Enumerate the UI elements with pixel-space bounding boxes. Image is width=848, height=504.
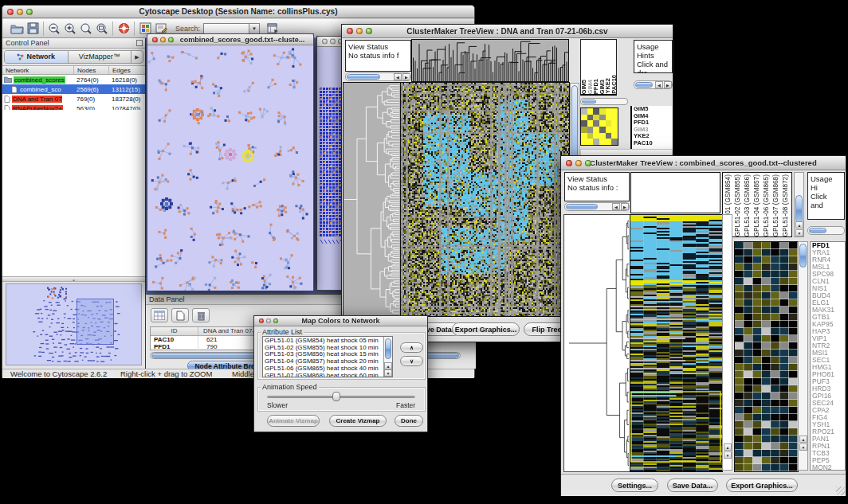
scroll-up-icon[interactable]: ▲ (795, 221, 803, 229)
tv2-global-vscrollbar[interactable]: ▲ ▼ (722, 214, 732, 471)
zoom-window-icon[interactable] (366, 28, 372, 34)
gene-label: MON2 (811, 464, 845, 471)
tv2-status-hscrollbar[interactable]: ◀ ▶ (564, 202, 630, 211)
attribute-list[interactable]: GPL51-01 (GSM854) heat shock 05 minGPL51… (262, 336, 393, 377)
tv2-labels-vscrollbar[interactable]: ▲ ▼ (794, 172, 804, 237)
scroll-left-icon[interactable]: ◀ (655, 81, 663, 88)
attribute-list-item[interactable]: GPL51-07 (GSM868) heat shock 60 min (265, 373, 391, 377)
tv1-column-dendrogram[interactable] (411, 39, 569, 82)
tv2-save-data-button[interactable]: Save Data... (667, 479, 718, 492)
scroll-up-icon[interactable]: ▲ (724, 443, 732, 451)
birdseye-view[interactable] (6, 283, 142, 365)
scroll-up-icon[interactable]: ▲ (384, 362, 392, 369)
tv2-row-dendrogram[interactable] (563, 214, 630, 472)
scroll-right-icon[interactable]: ▶ (402, 73, 410, 80)
network-list-row[interactable]: combined_scores2764(0)16218(0) (2, 75, 145, 84)
zoom-window-icon[interactable] (585, 160, 591, 166)
col-edges[interactable]: Edges (109, 66, 143, 74)
slider-thumb[interactable] (332, 392, 340, 401)
attribute-list-vscrollbar[interactable]: ▲ ▼ (383, 337, 392, 377)
attribute-table-icon[interactable] (151, 308, 168, 322)
tv1-export-graphics-button[interactable]: Export Graphics... (452, 322, 520, 336)
close-icon[interactable] (322, 39, 328, 45)
scroll-down-icon[interactable]: ▼ (795, 229, 803, 236)
tv1-matrix-column-labels: GIM5GIM4PFD1GIM3YKE2PAC10 (580, 39, 617, 96)
minimize-icon[interactable] (160, 37, 166, 42)
tv1-matrix-hscrollbar[interactable] (580, 98, 628, 105)
panel-splitter[interactable]: ▴ (2, 276, 145, 282)
treeview1-titlebar[interactable]: ClusterMaker TreeView : DNA and Tran 07-… (342, 25, 673, 38)
help-ring-icon[interactable] (116, 21, 132, 37)
tv1-status-hscrollbar[interactable]: ◀ ▶ (345, 72, 411, 81)
minimize-icon[interactable] (17, 9, 23, 15)
done-button[interactable]: Done (395, 415, 423, 427)
float-panel-icon[interactable] (136, 40, 143, 46)
col-nodes[interactable]: Nodes (74, 66, 109, 74)
network1-canvas[interactable] (147, 46, 313, 291)
tv2-global-heatmap[interactable] (630, 214, 723, 472)
tv1-matrix-row-labels: GIM5GIM4PFD1GIM3YKE2PAC10 (630, 106, 672, 149)
scroll-down-icon[interactable]: ▼ (724, 451, 732, 459)
tv1-selected-cluster-matrix[interactable] (580, 107, 618, 146)
close-icon[interactable] (259, 318, 264, 323)
tab-network[interactable]: Network (5, 51, 69, 63)
tv2-gene-list[interactable]: PFD1YRA1RNR4MSL1SPC98CLN1NIS1BUD4ELG1MAK… (810, 241, 846, 471)
minimize-icon[interactable] (330, 39, 336, 45)
close-icon[interactable] (7, 9, 14, 15)
tv1-hints-hscrollbar[interactable]: ◀ ▶ (634, 80, 673, 89)
zoom-window-icon[interactable] (273, 318, 278, 323)
scroll-down-icon[interactable]: ▼ (799, 443, 807, 451)
tv2-detail-heatmap[interactable] (734, 241, 799, 472)
move-up-button[interactable]: ∧ (400, 342, 423, 353)
minimize-icon[interactable] (575, 160, 582, 166)
scroll-down-icon[interactable]: ▼ (384, 369, 392, 377)
tab-overflow-button[interactable]: ▶ (132, 51, 143, 63)
tab-vizmapper[interactable]: VizMapper™ (69, 51, 132, 63)
tv2-detail-vscrollbar[interactable]: ▲ ▼ (798, 241, 808, 471)
tv1-row-dendrogram[interactable] (343, 82, 401, 317)
minimize-icon[interactable] (266, 318, 271, 323)
network-list-row[interactable]: DNA and Tran 07769(0)183728(0) (2, 94, 145, 104)
zoom-actual-icon[interactable] (78, 21, 94, 37)
delete-attribute-icon[interactable] (192, 308, 210, 322)
zoom-window-icon[interactable] (26, 9, 33, 15)
scroll-right-icon[interactable]: ▶ (664, 81, 672, 88)
tv1-heatmap[interactable] (400, 82, 570, 317)
close-icon[interactable] (347, 28, 353, 34)
tv2-column-dendrogram-area[interactable] (630, 172, 720, 213)
data-col-id[interactable]: ID (151, 327, 198, 335)
create-vizmap-button[interactable]: Create Vizmap (329, 415, 387, 427)
scroll-left-icon[interactable]: ◀ (612, 203, 620, 210)
zoom-out-icon[interactable] (46, 21, 62, 37)
network-list-row[interactable]: combined_sco2569(6)13112(15) (2, 84, 145, 94)
main-titlebar[interactable]: Cytoscape Desktop (Session Name: collins… (2, 6, 474, 18)
search-dropdown-icon[interactable]: ▼ (249, 23, 260, 34)
new-attribute-icon[interactable] (171, 308, 189, 322)
open-folder-icon[interactable] (9, 21, 25, 37)
save-icon[interactable] (25, 21, 41, 37)
zoom-in-icon[interactable] (62, 21, 78, 37)
tv2-settings-button[interactable]: Settings... (611, 479, 658, 492)
col-network[interactable]: Network (2, 66, 74, 74)
close-icon[interactable] (152, 37, 158, 42)
scroll-up-icon[interactable]: ▲ (799, 436, 807, 443)
search-input[interactable] (203, 23, 249, 34)
move-down-button[interactable]: ∨ (400, 356, 423, 366)
treeview2-titlebar[interactable]: ClusterMaker TreeView : combined_scores_… (561, 156, 846, 170)
network-window-1: combined_scores_good.txt--cluste... (147, 33, 314, 291)
resize-grip[interactable] (836, 486, 845, 495)
minimize-icon[interactable] (356, 28, 363, 34)
animation-speed-slider[interactable] (267, 396, 415, 398)
scroll-left-icon[interactable]: ◀ (394, 73, 402, 80)
zoom-fit-icon[interactable] (94, 21, 110, 37)
network1-titlebar[interactable]: combined_scores_good.txt--cluste... (147, 34, 313, 45)
animate-vizmap-button[interactable]: Animate Vizmap (267, 415, 320, 427)
close-icon[interactable] (566, 160, 572, 166)
status-welcome: Welcome to Cytoscape 2.6.2 (10, 369, 107, 378)
dialog-titlebar[interactable]: Map Colors to Network (254, 316, 427, 326)
tv2-export-graphics-button[interactable]: Export Graphics... (726, 479, 798, 492)
scroll-right-icon[interactable]: ▶ (621, 203, 629, 210)
tv2-column-label: GPL51-03 (GSM856) (742, 174, 752, 236)
tv2-hints-hscrollbar[interactable] (807, 226, 845, 235)
zoom-window-icon[interactable] (168, 37, 174, 42)
